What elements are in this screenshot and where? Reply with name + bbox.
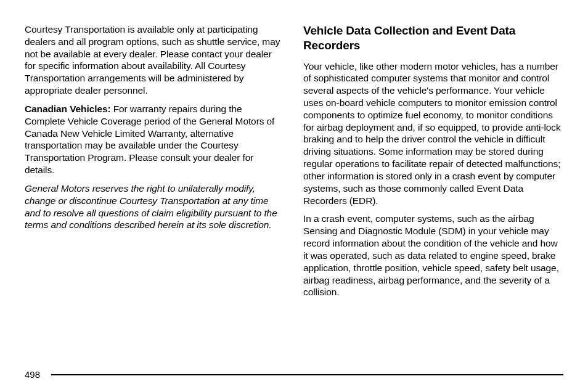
paragraph-vehicle-data: Your vehicle, like other modern motor ve… [303, 60, 563, 207]
paragraph-courtesy-transport: Courtesy Transportation is available onl… [25, 23, 285, 97]
section-heading: Vehicle Data Collection and Event Data R… [303, 23, 563, 53]
content-columns: Courtesy Transportation is available onl… [25, 23, 563, 304]
canadian-vehicles-text: For warranty repairs during the Complete… [25, 104, 274, 175]
paragraph-disclaimer: General Motors reserves the right to uni… [25, 182, 285, 231]
paragraph-crash-event: In a crash event, computer systems, such… [303, 213, 563, 298]
page-footer: 498 [25, 369, 563, 380]
canadian-vehicles-label: Canadian Vehicles: [25, 104, 110, 114]
paragraph-canadian-vehicles: Canadian Vehicles: For warranty repairs … [25, 103, 285, 176]
right-column: Vehicle Data Collection and Event Data R… [303, 23, 563, 304]
left-column: Courtesy Transportation is available onl… [25, 23, 285, 304]
footer-rule [51, 374, 563, 375]
page-number: 498 [25, 369, 40, 380]
